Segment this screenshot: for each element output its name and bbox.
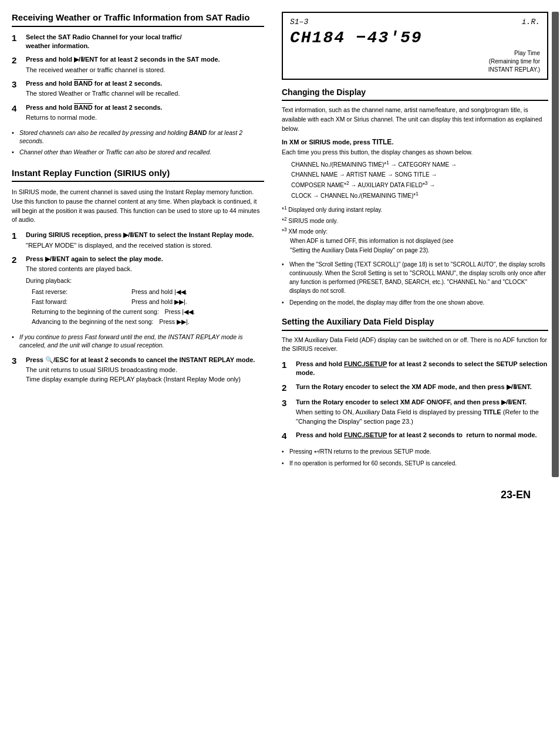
playback-section: During playback: Fast reverse: Press and… (26, 276, 264, 327)
step-number: 3 (12, 356, 21, 366)
playback-row-value: Press ▶▶|. (159, 317, 189, 327)
section-title-changing: Changing the Display (282, 87, 548, 101)
step-number: 2 (12, 55, 21, 66)
step-number: 3 (12, 79, 21, 90)
step-bold: Select the SAT Radio Channel for your lo… (26, 33, 182, 49)
playback-row: Returning to the beginning of the curren… (32, 307, 264, 317)
right-column: S1–3 i.R. CH184 −43'59 Play Time (Remain… (276, 12, 548, 477)
bullet-text: Channel other than Weather or Traffic ca… (19, 148, 211, 157)
left-column: Receiving Weather or Traffic Information… (12, 12, 264, 477)
bullet-text: Depending on the model, the display may … (289, 298, 484, 307)
step-content: Press and hold BAND for at least 2 secon… (26, 103, 264, 123)
playback-row-label: Advancing to the beginning of the next s… (32, 317, 153, 327)
bullet-dot: • (282, 459, 286, 468)
auxiliary-steps: 1 Press and hold FUNC./SETUP for at leas… (282, 360, 548, 441)
step-number: 1 (282, 360, 291, 370)
bullet-item: • If you continue to press Fast forward … (12, 333, 264, 350)
step-number: 4 (282, 431, 291, 441)
playback-row: Advancing to the beginning of the next s… (32, 317, 264, 327)
display-caption-line2: (Remaining time for (489, 58, 540, 65)
step-bold: Press and hold ▶/Ⅱ/ENT for at least 2 se… (26, 56, 220, 63)
playback-row-label: Fast reverse: (32, 287, 126, 297)
bullet-item: • When the "Scroll Setting (TEXT SCROLL)… (282, 260, 548, 295)
step-content: Press ▶/Ⅱ/ENT again to select the play m… (26, 255, 264, 327)
in-xm-label: In XM or SIRIUS mode, press TITLE. (282, 138, 548, 146)
step-desc: Returns to normal mode. (26, 113, 264, 122)
seq-line: CLOCK → CHANNEL No./(REMAINING TIME)*1 (291, 190, 548, 201)
bullet-item: • Stored channels can also be recalled b… (12, 129, 264, 146)
display-caption: Play Time (Remaining time for INSTANT RE… (290, 49, 540, 74)
step-number: 3 (282, 398, 291, 408)
step-bold: Press and hold BAND for at least 2 secon… (26, 80, 162, 87)
step-item: 3 Press and hold BAND for at least 2 sec… (12, 79, 264, 99)
step-content: Turn the Rotary encoder to select XM ADF… (296, 398, 548, 426)
step-item: 2 Turn the Rotary encoder to select the … (282, 383, 548, 393)
page-number: 23-EN (12, 489, 548, 501)
page-container: Receiving Weather or Traffic Information… (12, 12, 548, 477)
step-desc: The received weather or traffic channel … (26, 66, 264, 75)
footnotes: *1 Displayed only during instant replay.… (282, 204, 548, 255)
step-item: 4 Press and hold BAND for at least 2 sec… (12, 103, 264, 123)
bullet-dot: • (282, 260, 286, 295)
seq-line: CHANNEL No./(REMAINING TIME)*1 → CATEGOR… (291, 159, 548, 170)
step-item: 2 Press ▶/Ⅱ/ENT again to select the play… (12, 255, 264, 327)
bullet-dot: • (282, 298, 286, 307)
playback-label: During playback: (26, 276, 264, 285)
step-number: 2 (282, 383, 291, 393)
step-number: 1 (12, 231, 21, 241)
display-section: S1–3 i.R. CH184 −43'59 Play Time (Remain… (282, 12, 548, 80)
step-item: 3 Press 🔍/ESC for at least 2 seconds to … (12, 356, 264, 384)
step-content: Press 🔍/ESC for at least 2 seconds to ca… (26, 356, 264, 384)
seq-line: CHANNEL NAME → ARTIST NAME → SONG TITLE … (291, 170, 548, 180)
bullet-text: Pressing ↩/RTN returns to the previous S… (289, 447, 431, 456)
replay-step2-bullets: • If you continue to press Fast forward … (12, 333, 264, 350)
playback-row: Fast reverse: Press and hold |◀◀. (32, 287, 264, 297)
display-sequence: CHANNEL No./(REMAINING TIME)*1 → CATEGOR… (291, 159, 548, 201)
playback-table: Fast reverse: Press and hold |◀◀. Fast f… (32, 287, 264, 326)
footnote: *1 Displayed only during instant replay. (282, 204, 548, 215)
step-item: 3 Turn the Rotary encoder to select XM A… (282, 398, 548, 426)
display-caption-line1: Play Time (514, 50, 540, 56)
auxiliary-intro: The XM Auxiliary Data Field (ADF) displa… (282, 336, 548, 354)
step-bold: During SIRIUS reception, press ▶/Ⅱ/ENT t… (26, 231, 254, 238)
bullet-dot: • (282, 447, 286, 456)
bullet-text: If you continue to press Fast forward un… (19, 333, 264, 350)
bullet-item: • Pressing ↩/RTN returns to the previous… (282, 447, 548, 456)
section-receiving-weather: Receiving Weather or Traffic Information… (12, 12, 264, 157)
changing-bullets: • When the "Scroll Setting (TEXT SCROLL)… (282, 260, 548, 307)
step-desc: "REPLAY MODE" is displayed, and the rece… (26, 241, 264, 250)
playback-row-value: Press and hold |◀◀. (131, 287, 187, 297)
step-desc: The stored contents are played back. (26, 265, 264, 273)
step-content: Press and hold FUNC./SETUP for at least … (296, 431, 548, 440)
bullet-text: Stored channels can also be recalled by … (19, 129, 264, 146)
bullet-text: When the "Scroll Setting (TEXT SCROLL)" … (289, 260, 548, 295)
step-item: 1 During SIRIUS reception, press ▶/Ⅱ/ENT… (12, 231, 264, 250)
step-desc: The unit returns to usual SIRIUS broadca… (26, 366, 264, 384)
step-desc: The stored Weather or Traffic channel wi… (26, 89, 264, 98)
display-caption-line3: INSTANT REPLAY.) (488, 66, 540, 73)
display-main: CH184 −43'59 (290, 29, 540, 47)
step-item: 1 Press and hold FUNC./SETUP for at leas… (282, 360, 548, 378)
step-bold: Turn the Rotary encoder to select XM ADF… (296, 398, 527, 406)
step-bold: Press ▶/Ⅱ/ENT again to select the play m… (26, 255, 163, 262)
step-content: Press and hold BAND for at least 2 secon… (26, 79, 264, 99)
changing-intro: Text information, such as the channel na… (282, 106, 548, 133)
bullet-item: • If no operation is performed for 60 se… (282, 459, 548, 468)
step-bold: Turn the Rotary encoder to select the XM… (296, 383, 532, 390)
section-instant-replay: Instant Replay Function (SIRIUS only) In… (12, 167, 264, 384)
step-bold: Press 🔍/ESC for at least 2 seconds to ca… (26, 356, 255, 363)
receiving-steps: 1 Select the SAT Radio Channel for your … (12, 33, 264, 123)
step-item: 4 Press and hold FUNC./SETUP for at leas… (282, 431, 548, 441)
section-auxiliary: Setting the Auxiliary Data Field Display… (282, 316, 548, 468)
receiving-bullets: • Stored channels can also be recalled b… (12, 129, 264, 157)
section-title-replay: Instant Replay Function (SIRIUS only) (12, 167, 264, 183)
playback-row-label: Fast forward: (32, 297, 126, 307)
playback-row-value: Press and hold ▶▶|. (131, 297, 187, 307)
replay-steps: 1 During SIRIUS reception, press ▶/Ⅱ/ENT… (12, 231, 264, 326)
bullet-dot: • (12, 333, 16, 350)
step-item: 2 Press and hold ▶/Ⅱ/ENT for at least 2 … (12, 55, 264, 75)
bullet-text: If no operation is performed for 60 seco… (289, 459, 457, 468)
step-content: Press and hold ▶/Ⅱ/ENT for at least 2 se… (26, 55, 264, 75)
bullet-item: • Depending on the model, the display ma… (282, 298, 548, 307)
section-title-receiving: Receiving Weather or Traffic Information… (12, 12, 264, 27)
